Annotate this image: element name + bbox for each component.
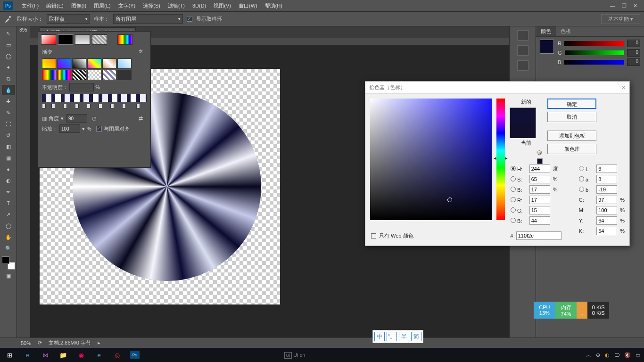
stop-8[interactable]	[122, 104, 126, 108]
taskbar-explorer[interactable]: 📁	[56, 349, 71, 361]
menu-type[interactable]: 文字(Y)	[115, 1, 140, 11]
minimize-icon[interactable]: —	[610, 3, 615, 9]
stop-6[interactable]	[99, 104, 102, 108]
history-brush-tool[interactable]: ↺	[2, 130, 15, 140]
l-radio[interactable]	[579, 166, 584, 171]
rp-input[interactable]	[529, 196, 550, 204]
s-radio[interactable]	[511, 176, 516, 181]
eyedropper-tool-icon[interactable]	[3, 14, 13, 24]
stop-9[interactable]	[136, 104, 140, 108]
status-arrow-icon[interactable]: ▸	[98, 340, 100, 346]
preset-4[interactable]	[87, 58, 101, 69]
stamp-tool[interactable]: ⛶	[2, 119, 15, 129]
hex-input[interactable]	[516, 231, 561, 240]
ime-half[interactable]: 半	[399, 332, 409, 341]
preset-6[interactable]	[117, 58, 132, 69]
preset-8[interactable]	[57, 70, 71, 80]
sv-field[interactable]	[370, 99, 492, 220]
a-input[interactable]	[596, 175, 617, 183]
wand-tool[interactable]: ✦	[2, 62, 15, 73]
taskbar-ie[interactable]: e	[91, 349, 107, 361]
hand-tool[interactable]: ✋	[2, 232, 15, 242]
taskbar-netease[interactable]: ◎	[109, 349, 124, 361]
bv-input[interactable]	[529, 185, 550, 194]
gradient-reverse-icon[interactable]: ⇄	[139, 115, 143, 122]
heal-tool[interactable]: ✚	[2, 96, 15, 107]
menu-layer[interactable]: 图层(L)	[90, 1, 114, 11]
move-tool[interactable]: ↖	[2, 28, 15, 39]
picker-titlebar[interactable]: 拾色器（色标） ✕	[365, 82, 629, 94]
grad-spectrum[interactable]	[117, 34, 132, 45]
start-button[interactable]: ⊞	[2, 349, 17, 361]
show-ring-checkbox[interactable]	[187, 16, 192, 22]
k-input[interactable]	[596, 227, 617, 235]
preset-11[interactable]	[102, 70, 116, 80]
sample-size-combo[interactable]: 取样点	[47, 14, 90, 24]
tray-volume-icon[interactable]: 🔇	[624, 352, 631, 358]
b-value[interactable]: 0	[627, 58, 640, 66]
menu-window[interactable]: 窗口(W)	[235, 1, 261, 11]
bv-radio[interactable]	[511, 187, 516, 192]
dodge-tool[interactable]: ◐	[2, 175, 15, 186]
m-input[interactable]	[596, 206, 617, 214]
tray-monitor-icon[interactable]: 🖵	[614, 352, 619, 358]
marquee-tool[interactable]: ▭	[2, 40, 15, 50]
preset-1[interactable]	[42, 58, 56, 69]
stop-3[interactable]	[63, 104, 67, 108]
zoom-tool[interactable]: 🔍	[2, 243, 15, 254]
zoom-level[interactable]: 50%	[21, 340, 31, 346]
color-preview-swatch[interactable]	[540, 40, 554, 54]
current-color[interactable]	[510, 123, 536, 138]
tray-chevron-icon[interactable]: ︿	[586, 352, 591, 359]
bc-input[interactable]	[529, 216, 550, 225]
preset-10[interactable]	[87, 70, 101, 80]
ime-simp[interactable]: 简	[411, 332, 421, 341]
eraser-tool[interactable]: ◧	[2, 141, 15, 152]
opacity-input[interactable]	[69, 83, 94, 91]
menu-file[interactable]: 文件(F)	[18, 1, 42, 11]
stop-1[interactable]	[42, 104, 46, 108]
scale-input[interactable]	[59, 124, 80, 133]
taskbar-ps[interactable]: Ps	[127, 349, 142, 361]
preset-5[interactable]	[102, 58, 116, 69]
hue-strip[interactable]: ◂▸	[496, 99, 505, 220]
h-radio[interactable]	[511, 166, 516, 171]
color-lib-button[interactable]: 颜色库	[547, 144, 596, 154]
sample-combo[interactable]: 所有图层	[113, 14, 183, 24]
r-radio[interactable]	[511, 197, 516, 202]
preset-3[interactable]	[72, 58, 86, 69]
taskbar-browser[interactable]: ◉	[74, 349, 89, 361]
tray-battery-icon[interactable]: ▭	[636, 352, 640, 358]
tab-swatches[interactable]: 色板	[556, 26, 576, 36]
dock-actions-icon[interactable]	[517, 45, 528, 56]
tray-palette-icon[interactable]: ◐	[605, 352, 610, 358]
lasso-tool[interactable]: ◯	[2, 51, 15, 61]
stop-7[interactable]	[110, 104, 114, 108]
l-input[interactable]	[596, 165, 617, 173]
menu-view[interactable]: 视图(V)	[210, 1, 235, 11]
add-swatch-button[interactable]: 添加到色板	[547, 131, 596, 141]
menu-image[interactable]: 图像(I)	[67, 1, 90, 11]
b2-input[interactable]	[596, 185, 617, 194]
b2-radio[interactable]	[579, 187, 584, 192]
stop-2[interactable]	[51, 104, 55, 108]
workspace-switcher[interactable]: 基本功能 ▾	[601, 14, 640, 24]
taskbar-edge[interactable]: e	[20, 349, 35, 361]
cancel-button[interactable]: 取消	[547, 112, 596, 122]
b-slider[interactable]	[564, 60, 624, 65]
sv-cursor[interactable]	[447, 197, 452, 202]
gradient-stops[interactable]	[42, 104, 147, 110]
ime-punct[interactable]: °。	[387, 332, 397, 341]
g-slider[interactable]	[565, 50, 624, 55]
picker-close-icon[interactable]: ✕	[621, 84, 626, 90]
tab-color[interactable]: 颜色	[536, 26, 556, 36]
tray-globe-icon[interactable]: ⊕	[596, 352, 600, 358]
dock-history-icon[interactable]	[517, 30, 528, 41]
grad-style-1[interactable]	[41, 34, 56, 45]
menu-filter[interactable]: 滤镜(T)	[164, 1, 189, 11]
gp-input[interactable]	[529, 206, 550, 214]
path-select-tool[interactable]: ↗	[2, 209, 15, 220]
restore-icon[interactable]: ❐	[622, 3, 627, 9]
shape-tool[interactable]: ◯	[2, 221, 15, 231]
ime-cn[interactable]: 中	[374, 332, 385, 341]
